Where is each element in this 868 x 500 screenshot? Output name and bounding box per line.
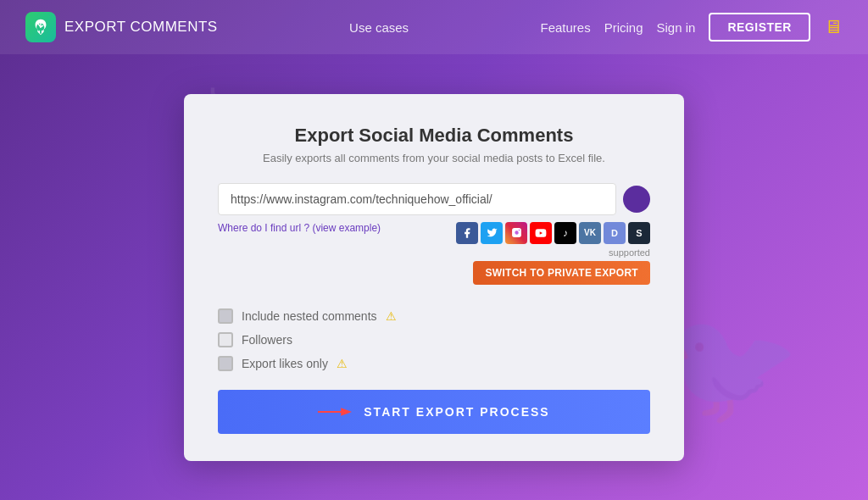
export-card: Export Social Media Comments Easily expo…: [184, 94, 684, 461]
start-export-button[interactable]: START EXPORT PROCESS: [218, 390, 650, 434]
option-followers: Followers: [218, 332, 650, 347]
followers-label: Followers: [242, 333, 292, 347]
youtube-icon[interactable]: [530, 222, 552, 244]
followers-checkbox[interactable]: [218, 332, 233, 347]
help-social-row: Where do I find url ? (view example): [218, 222, 650, 293]
social-icons-row: ♪ VK D S: [456, 222, 650, 244]
logo-text: EXPORT COMMENTS: [64, 19, 218, 36]
discord-icon[interactable]: D: [604, 222, 626, 244]
nav-pricing[interactable]: Pricing: [604, 20, 643, 35]
export-likes-warning-icon: ⚠: [337, 357, 348, 370]
nav-use-cases[interactable]: Use cases: [349, 20, 409, 35]
social-area: ♪ VK D S supported SWITCH TO: [456, 222, 650, 293]
card-title: Export Social Media Comments: [218, 125, 650, 147]
nav-right: Features Pricing Sign in REGISTER 🖥: [540, 13, 843, 42]
nested-comments-label: Include nested comments: [242, 309, 377, 323]
logo: EXPORT COMMENTS: [25, 12, 218, 42]
help-link[interactable]: Where do I find url ? (view example): [218, 222, 381, 234]
url-row: [218, 183, 650, 215]
header: EXPORT COMMENTS Use cases Features Prici…: [0, 0, 868, 54]
steam-icon[interactable]: S: [628, 222, 650, 244]
start-btn-container: START EXPORT PROCESS: [218, 390, 650, 434]
instagram-icon[interactable]: [505, 222, 527, 244]
nested-comments-warning-icon: ⚠: [386, 309, 397, 323]
twitter-icon[interactable]: [481, 222, 503, 244]
card-subtitle: Easily exports all comments from your so…: [218, 152, 650, 164]
logo-icon: [25, 12, 56, 42]
svg-point-1: [518, 230, 520, 231]
options-section: Include nested comments ⚠ Followers Expo…: [218, 308, 650, 371]
monitor-icon: 🖥: [824, 16, 843, 38]
register-button[interactable]: REGISTER: [709, 13, 810, 42]
option-nested-comments: Include nested comments ⚠: [218, 308, 650, 324]
supported-label: supported: [609, 247, 650, 258]
start-export-label: START EXPORT PROCESS: [364, 405, 549, 419]
add-url-button[interactable]: [623, 186, 650, 213]
vk-icon[interactable]: VK: [579, 222, 601, 244]
private-export-button[interactable]: SWITCH TO PRIVATE EXPORT: [473, 261, 650, 285]
option-export-likes: Export likes only ⚠: [218, 356, 650, 371]
export-likes-label: Export likes only: [242, 357, 328, 370]
url-input[interactable]: [218, 183, 616, 215]
nav-features[interactable]: Features: [540, 20, 590, 35]
tiktok-icon[interactable]: ♪: [554, 222, 576, 244]
facebook-icon[interactable]: [456, 222, 478, 244]
main-content: Export Social Media Comments Easily expo…: [0, 54, 868, 500]
export-likes-checkbox[interactable]: [218, 356, 233, 371]
main-nav: Use cases: [349, 20, 409, 35]
nested-comments-checkbox[interactable]: [218, 308, 233, 324]
arrow-icon: [318, 403, 352, 420]
nav-signin[interactable]: Sign in: [657, 20, 696, 35]
svg-marker-4: [341, 408, 352, 416]
